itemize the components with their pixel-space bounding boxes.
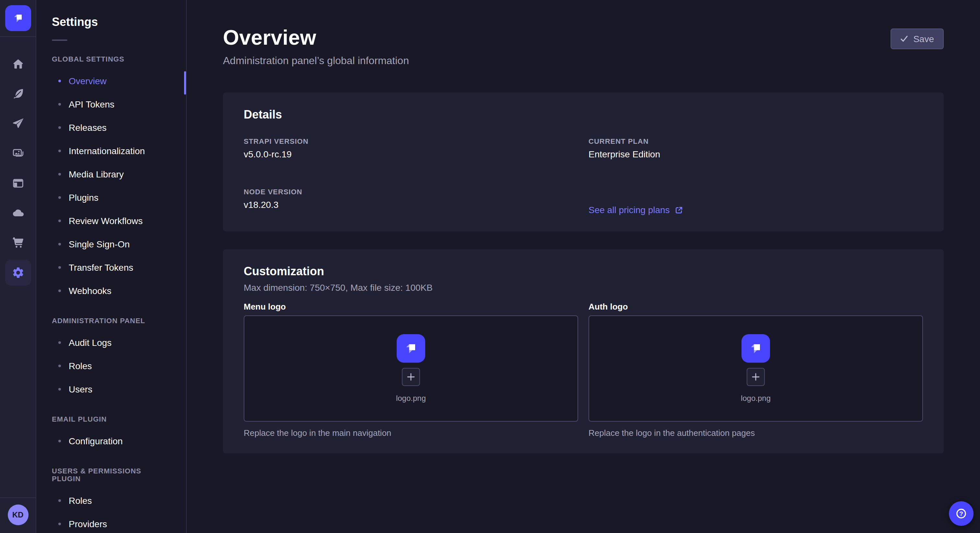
pricing-plans-link[interactable]: See all pricing plans (589, 205, 684, 215)
sidebar-item-label: Roles (69, 361, 92, 371)
sidebar-item-api-tokens[interactable]: API Tokens (36, 93, 186, 116)
sidebar-item-label: API Tokens (69, 99, 115, 109)
save-button[interactable]: Save (891, 29, 944, 49)
logo-filename: logo.png (396, 394, 426, 403)
sidebar-section-label: USERS & PERMISSIONS PLUGIN (52, 467, 170, 482)
sidebar-item-label: Single Sign-On (69, 239, 130, 249)
sidebar-item-transfer-tokens[interactable]: Transfer Tokens (36, 256, 186, 279)
sidebar-section-label: GLOBAL SETTINGS (52, 55, 170, 63)
main-nav-rail: KD (0, 0, 36, 533)
sidebar-item-label: Webhooks (69, 286, 111, 296)
auth-logo-dropzone[interactable]: logo.png (589, 316, 923, 422)
bullet-icon (58, 126, 61, 129)
strapi-admin-app: KD Settings GLOBAL SETTINGSOverviewAPI T… (0, 0, 980, 533)
settings-sidebar: Settings GLOBAL SETTINGSOverviewAPI Toke… (36, 0, 187, 533)
paper-plane-icon[interactable] (5, 111, 31, 136)
nav-icon-list (5, 51, 31, 286)
sidebar-item-audit-logs[interactable]: Audit Logs (36, 331, 186, 354)
upload-label: Menu logo (244, 302, 578, 311)
nav-user-area: KD (0, 497, 36, 533)
bullet-icon (58, 440, 61, 443)
upload-caption: Replace the logo in the main navigation (244, 428, 578, 438)
bullet-icon (58, 499, 61, 502)
sidebar-item-label: Overview (69, 76, 107, 86)
nav-logo-area (0, 0, 36, 37)
sidebar-item-label: Review Workflows (69, 216, 143, 226)
sidebar-item-label: Plugins (69, 192, 99, 203)
current-plan-field: CURRENT PLAN Enterprise Edition (589, 137, 923, 159)
sidebar-section: USERS & PERMISSIONS PLUGINRolesProviders (36, 467, 186, 533)
external-link-icon (675, 206, 684, 214)
feather-icon[interactable] (5, 81, 31, 107)
sidebar-item-users[interactable]: Users (36, 378, 186, 401)
media-library-icon[interactable] (5, 141, 31, 167)
add-logo-button[interactable] (747, 368, 765, 386)
bullet-icon (58, 243, 61, 246)
question-mark-icon: ? (955, 507, 968, 520)
sidebar-item-webhooks[interactable]: Webhooks (36, 279, 186, 303)
auth-logo-upload: Auth logo logo.png Replace the logo in t… (589, 302, 923, 438)
customization-card-title: Customization (244, 265, 923, 279)
sidebar-item-roles[interactable]: Roles (36, 354, 186, 378)
sidebar-divider (52, 40, 67, 41)
details-card: Details STRAPI VERSION v5.0.0-rc.19 NODE… (223, 93, 944, 231)
sidebar-item-label: Providers (69, 519, 107, 529)
sidebar-item-overview[interactable]: Overview (36, 69, 186, 93)
sidebar-item-plugins[interactable]: Plugins (36, 186, 186, 209)
sidebar-item-single-sign-on[interactable]: Single Sign-On (36, 233, 186, 256)
details-right-column: CURRENT PLAN Enterprise Edition See all … (589, 137, 923, 216)
sidebar-item-releases[interactable]: Releases (36, 116, 186, 139)
main-content: Overview Administration panel’s global i… (187, 0, 980, 533)
page-title: Overview (223, 26, 409, 50)
field-label: NODE VERSION (244, 188, 578, 195)
layout-icon[interactable] (5, 170, 31, 196)
bullet-icon (58, 219, 61, 222)
upload-caption: Replace the logo in the authentication p… (589, 428, 923, 438)
gear-icon[interactable] (5, 260, 31, 286)
field-value: Enterprise Edition (589, 149, 923, 159)
sidebar-item-media-library[interactable]: Media Library (36, 163, 186, 186)
page-subtitle: Administration panel’s global informatio… (223, 55, 409, 67)
field-label: STRAPI VERSION (244, 137, 578, 145)
bullet-icon (58, 289, 61, 292)
sidebar-section: EMAIL PLUGINConfiguration (36, 415, 186, 453)
save-button-label: Save (913, 34, 934, 44)
sidebar-item-label: Configuration (69, 436, 123, 446)
strapi-logo[interactable] (5, 5, 31, 31)
bullet-icon (58, 341, 61, 344)
cloud-icon[interactable] (5, 200, 31, 226)
bullet-icon (58, 365, 61, 367)
sidebar-item-internationalization[interactable]: Internationalization (36, 139, 186, 163)
sidebar-sections: GLOBAL SETTINGSOverviewAPI TokensRelease… (36, 55, 186, 533)
home-icon[interactable] (5, 51, 31, 77)
sidebar-item-configuration[interactable]: Configuration (36, 429, 186, 453)
field-value: v18.20.3 (244, 200, 578, 210)
help-button[interactable]: ? (949, 501, 974, 526)
bullet-icon (58, 523, 61, 525)
upload-label: Auth logo (589, 302, 923, 311)
logo-filename: logo.png (741, 394, 771, 403)
menu-logo-upload: Menu logo logo.png Replace the logo in t… (244, 302, 578, 438)
sidebar-section-label: ADMINISTRATION PANEL (52, 317, 170, 324)
sidebar-item-label: Transfer Tokens (69, 262, 133, 273)
sidebar-item-label: Media Library (69, 169, 124, 179)
sidebar-item-providers[interactable]: Providers (36, 512, 186, 533)
bullet-icon (58, 388, 61, 390)
sidebar-item-review-workflows[interactable]: Review Workflows (36, 209, 186, 233)
details-card-title: Details (244, 108, 923, 122)
bullet-icon (58, 103, 61, 106)
bullet-icon (58, 196, 61, 199)
field-value: v5.0.0-rc.19 (244, 149, 578, 159)
cart-icon[interactable] (5, 230, 31, 256)
bullet-icon (58, 266, 61, 269)
check-icon (900, 35, 908, 43)
svg-text:?: ? (959, 510, 963, 517)
avatar[interactable]: KD (8, 504, 28, 525)
menu-logo-dropzone[interactable]: logo.png (244, 316, 578, 422)
sidebar-item-label: Releases (69, 122, 107, 133)
logo-preview (741, 334, 770, 363)
add-logo-button[interactable] (402, 368, 420, 386)
sidebar-section: GLOBAL SETTINGSOverviewAPI TokensRelease… (36, 55, 186, 303)
sidebar-item-roles[interactable]: Roles (36, 489, 186, 512)
node-version-field: NODE VERSION v18.20.3 (244, 188, 578, 210)
